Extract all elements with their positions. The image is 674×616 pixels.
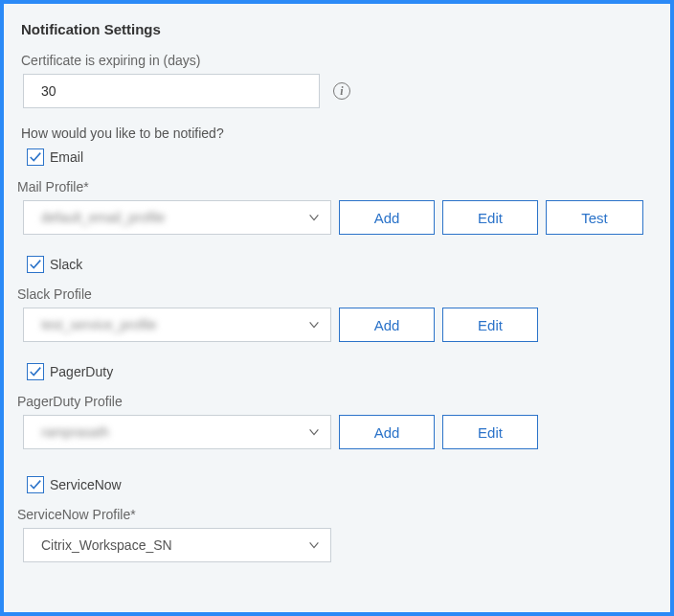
servicenow-profile-value: Citrix_Workspace_SN xyxy=(41,537,172,553)
chevron-down-icon xyxy=(307,211,321,224)
servicenow-profile-label: ServiceNow Profile* xyxy=(17,507,657,522)
email-checkbox-label: Email xyxy=(50,149,83,165)
servicenow-profile-select[interactable]: Citrix_Workspace_SN xyxy=(23,528,331,562)
check-icon xyxy=(29,258,42,271)
slack-checkbox[interactable] xyxy=(27,256,44,273)
slack-profile-label: Slack Profile xyxy=(17,286,657,302)
expiry-label: Certificate is expiring in (days) xyxy=(21,53,657,68)
notification-settings-panel: Notification Settings Certificate is exp… xyxy=(0,0,674,616)
mail-test-button[interactable]: Test xyxy=(546,200,643,235)
expiry-input[interactable] xyxy=(23,74,320,108)
servicenow-checkbox-label: ServiceNow xyxy=(50,477,122,492)
mail-edit-button[interactable]: Edit xyxy=(442,200,538,235)
slack-edit-button[interactable]: Edit xyxy=(442,308,538,342)
check-icon xyxy=(29,478,42,491)
chevron-down-icon xyxy=(307,538,321,552)
check-icon xyxy=(29,150,42,164)
servicenow-checkbox[interactable] xyxy=(27,476,44,493)
mail-profile-select[interactable]: default_email_profile xyxy=(23,200,331,235)
slack-profile-value: test_service_profile xyxy=(41,317,157,332)
pagerduty-profile-select[interactable]: ramprasath xyxy=(23,415,331,449)
slack-checkbox-label: Slack xyxy=(50,257,82,272)
mail-profile-value: default_email_profile xyxy=(41,210,165,225)
info-icon[interactable]: i xyxy=(333,82,350,100)
slack-add-button[interactable]: Add xyxy=(339,308,435,342)
mail-add-button[interactable]: Add xyxy=(339,200,435,235)
page-title: Notification Settings xyxy=(21,21,657,37)
pagerduty-checkbox-label: PagerDuty xyxy=(50,364,113,379)
chevron-down-icon xyxy=(307,318,321,331)
slack-profile-select[interactable]: test_service_profile xyxy=(23,308,331,342)
pagerduty-profile-label: PagerDuty Profile xyxy=(17,394,657,409)
email-checkbox[interactable] xyxy=(27,148,44,166)
how-notified-label: How would you like to be notified? xyxy=(21,125,657,141)
pagerduty-edit-button[interactable]: Edit xyxy=(442,415,538,449)
chevron-down-icon xyxy=(307,425,321,439)
pagerduty-checkbox[interactable] xyxy=(27,363,44,380)
pagerduty-add-button[interactable]: Add xyxy=(339,415,435,449)
pagerduty-profile-value: ramprasath xyxy=(41,424,109,440)
mail-profile-label: Mail Profile* xyxy=(17,179,657,194)
check-icon xyxy=(29,365,42,378)
